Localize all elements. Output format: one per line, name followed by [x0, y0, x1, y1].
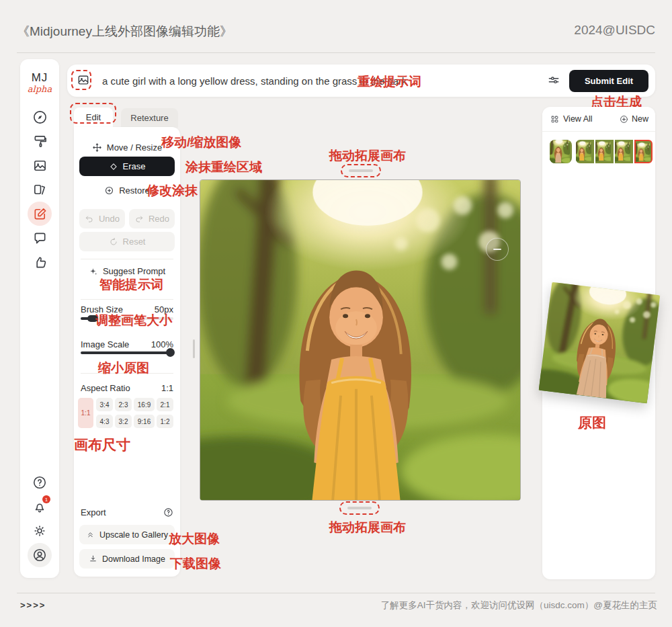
panel-divider [542, 131, 655, 132]
chat-icon[interactable] [28, 226, 52, 250]
annotation-upscale: 放大图像 [169, 530, 220, 548]
erase-label: Erase [123, 161, 146, 171]
footer-marker: >>>> [20, 600, 46, 610]
extend-canvas-bottom-box [339, 501, 380, 515]
ratio-option[interactable]: 4:3 [96, 415, 113, 428]
edit-canvas[interactable] [200, 179, 521, 501]
notifications-icon[interactable]: 1 [28, 495, 52, 519]
export-help-icon[interactable] [163, 507, 173, 517]
ratio-option[interactable]: 2:3 [115, 398, 132, 411]
reset-label: Reset [123, 237, 146, 247]
annotation-canvas-bottom: 拖动拓展画布 [329, 519, 406, 536]
footer-divider [17, 593, 655, 593]
settings-sliders-icon[interactable] [542, 69, 565, 92]
drag-handle-bottom[interactable] [347, 507, 372, 509]
suggest-prompt-label: Suggest Prompt [103, 266, 165, 276]
new-label: New [632, 114, 648, 124]
annotation-canvas-top: 拖动拓展画布 [329, 147, 406, 165]
rate-icon[interactable] [28, 250, 52, 274]
original-image [539, 282, 661, 404]
aspect-ratio-value: 1:1 [161, 383, 173, 393]
grid-icon [550, 115, 559, 124]
image-scale-slider[interactable] [81, 351, 173, 354]
explore-icon[interactable] [28, 105, 52, 129]
thumbnail-variant[interactable] [576, 140, 594, 163]
mj-logo: MJ [32, 71, 48, 85]
create-icon[interactable] [28, 129, 52, 153]
aspect-ratio-label: Aspect Ratio [81, 383, 130, 393]
panel-divider [81, 299, 173, 300]
notification-badge: 1 [42, 495, 50, 503]
annotation-move: 移动/缩放图像 [161, 134, 241, 151]
thumbnail-original[interactable] [550, 140, 572, 163]
annotation-original: 原图 [578, 413, 606, 432]
annotation-erase: 涂抹重绘区域 [185, 159, 262, 176]
upscale-label: Upscale to Gallery [99, 530, 168, 540]
page-title: 《Midjourney上线外部图像编辑功能》 [17, 23, 233, 40]
ratio-option[interactable]: 3:4 [96, 398, 113, 411]
annotation-ratio: 画布尺寸 [74, 435, 130, 454]
undo-button[interactable]: Undo [79, 209, 125, 228]
view-all-label: View All [563, 114, 593, 124]
annotation-restore: 修改涂抹 [146, 182, 198, 200]
organize-icon[interactable] [28, 177, 52, 202]
download-label: Download Image [102, 554, 165, 564]
ratio-option[interactable]: 9:16 [134, 415, 155, 428]
annotation-scale: 缩小原图 [98, 360, 149, 377]
redo-label: Redo [149, 214, 169, 224]
undo-label: Undo [99, 214, 120, 224]
prompt-input[interactable]: a cute girl with a long yellow dress, st… [102, 75, 542, 87]
edit-icon[interactable] [28, 202, 52, 226]
annotation-download: 下载图像 [170, 555, 221, 573]
account-icon[interactable] [28, 543, 52, 567]
annotation-suggest: 智能提示词 [99, 276, 163, 294]
view-all-button[interactable]: View All [550, 114, 593, 124]
ratio-option[interactable]: 3:2 [115, 415, 132, 428]
brush-cursor [486, 238, 509, 261]
export-row: Export [81, 507, 173, 517]
alpha-label: alpha [28, 84, 52, 94]
aspect-ratio-row: Aspect Ratio 1:1 [81, 383, 173, 393]
extend-canvas-top-box [341, 164, 381, 177]
upscale-button[interactable]: Upscale to Gallery [79, 525, 175, 544]
reset-button[interactable]: Reset [79, 232, 175, 251]
image-scale-label: Image Scale [81, 339, 129, 349]
erase-button[interactable]: Erase [79, 157, 175, 176]
export-label: Export [81, 507, 106, 517]
panel-divider [81, 259, 173, 259]
ratio-option-1-1-selected[interactable]: 1:1 [78, 398, 93, 428]
thumbnail-variant[interactable] [615, 140, 633, 163]
drag-handle-top[interactable] [349, 169, 373, 172]
thumbnail-variant[interactable] [595, 140, 614, 163]
header-divider [17, 52, 655, 53]
plus-circle-icon [620, 115, 628, 124]
redo-button[interactable]: Redo [129, 209, 175, 228]
image-scale-row: Image Scale 100% [81, 339, 173, 349]
annotation-brush: 调整画笔大小 [95, 312, 172, 329]
help-icon[interactable] [28, 470, 52, 495]
scrollbar[interactable] [193, 339, 195, 358]
gallery-icon[interactable] [28, 153, 52, 177]
tab-retexture[interactable]: Retexture [121, 108, 178, 128]
ratio-option[interactable]: 1:2 [157, 415, 173, 428]
prompt-icon-annotation-box [71, 70, 91, 90]
sidebar: MJ alpha 1 [20, 59, 59, 578]
annotation-prompt: 重绘提示词 [358, 73, 421, 91]
ratio-option[interactable]: 2:1 [157, 398, 173, 411]
footer-credit: 了解更多AI干货内容，欢迎访问优设网（uisdc.com）@夏花生的主页 [381, 599, 657, 612]
credit-text: 2024@UISDC [574, 23, 655, 38]
scale-slider-thumb[interactable] [166, 348, 175, 357]
restore-label: Restore [119, 185, 150, 196]
theme-icon[interactable] [28, 519, 52, 543]
new-button[interactable]: New [620, 114, 648, 124]
ratio-option[interactable]: 16:9 [134, 398, 155, 411]
thumbnail-selected[interactable] [634, 140, 653, 163]
move-resize-label: Move / Resize [107, 142, 162, 153]
submit-edit-button[interactable]: Submit Edit [569, 70, 648, 92]
edit-tab-annotation-box [70, 103, 116, 124]
download-button[interactable]: Download Image [79, 549, 175, 569]
move-resize-button[interactable]: Move / Resize [79, 138, 175, 157]
